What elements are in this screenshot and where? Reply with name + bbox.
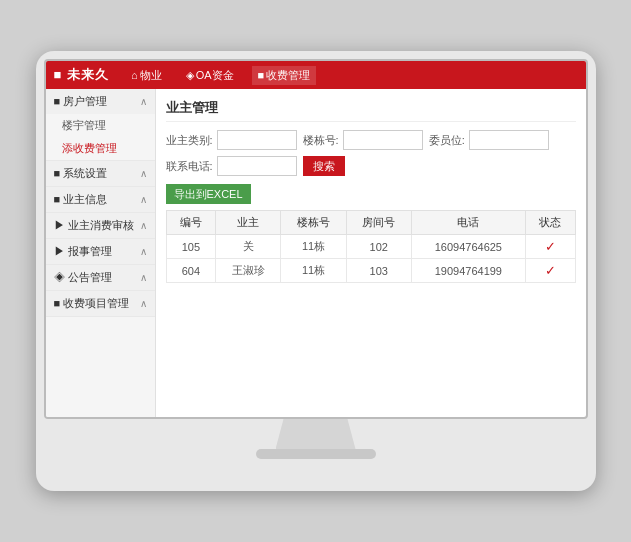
label-owner-type: 业主类别: xyxy=(166,133,213,148)
sidebar-header-notice[interactable]: ◈ 公告管理 ∧ xyxy=(46,265,155,290)
label-committee: 委员位: xyxy=(429,133,465,148)
nav-label-property: 物业 xyxy=(140,68,162,83)
search-form: 业主类别: 楼栋号: 委员位: 联系电话: xyxy=(166,130,576,176)
content-panel: 业主管理 业主类别: 楼栋号: 委员位: xyxy=(156,89,586,417)
sidebar-header-house[interactable]: ■ 房户管理 ∧ xyxy=(46,89,155,114)
cell-status: ✓ xyxy=(525,259,575,283)
cell-building: 11栋 xyxy=(281,235,346,259)
col-header-room: 房间号 xyxy=(346,211,411,235)
logo-text: 未来久 xyxy=(67,67,109,82)
system-label: ■ 系统设置 xyxy=(54,166,108,181)
chevron-icon-system: ∧ xyxy=(140,168,147,179)
sidebar: ■ 房户管理 ∧ 楼宇管理 添收费管理 ■ 系统设置 ∧ xyxy=(46,89,156,417)
input-phone[interactable] xyxy=(217,156,297,176)
sidebar-section-fee-items: ■ 收费项目管理 ∧ xyxy=(46,291,155,317)
fee-items-label: ■ 收费项目管理 xyxy=(54,296,130,311)
sidebar-section-audit: ▶ 业主消费审核 ∧ xyxy=(46,213,155,239)
logo: ■ 未来久 xyxy=(54,66,109,84)
monitor-wrapper: ■ 未来久 ⌂ 物业 ◈ OA资金 ■ 收费管理 xyxy=(36,51,596,491)
nav-item-fees[interactable]: ■ 收费管理 xyxy=(252,66,317,85)
export-button-wrapper: 导出到EXCEL xyxy=(166,184,576,210)
sidebar-header-fee-items[interactable]: ■ 收费项目管理 ∧ xyxy=(46,291,155,316)
export-excel-button[interactable]: 导出到EXCEL xyxy=(166,184,251,204)
sidebar-header-report[interactable]: ▶ 报事管理 ∧ xyxy=(46,239,155,264)
sidebar-section-owner: ■ 业主信息 ∧ xyxy=(46,187,155,213)
sidebar-header-audit[interactable]: ▶ 业主消费审核 ∧ xyxy=(46,213,155,238)
nav-item-oa[interactable]: ◈ OA资金 xyxy=(180,66,240,85)
sidebar-section-report: ▶ 报事管理 ∧ xyxy=(46,239,155,265)
logo-icon: ■ xyxy=(54,67,63,82)
label-phone: 联系电话: xyxy=(166,159,213,174)
label-building: 楼栋号: xyxy=(303,133,339,148)
form-row-committee: 委员位: xyxy=(429,130,549,150)
top-bar: ■ 未来久 ⌂ 物业 ◈ OA资金 ■ 收费管理 xyxy=(46,61,586,89)
sidebar-header-system[interactable]: ■ 系统设置 ∧ xyxy=(46,161,155,186)
col-header-id: 编号 xyxy=(166,211,216,235)
cell-phone: 19094764199 xyxy=(411,259,525,283)
table-row: 604 王淑珍 11栋 103 19094764199 ✓ xyxy=(166,259,575,283)
input-building[interactable] xyxy=(343,130,423,150)
monitor: ■ 未来久 ⌂ 物业 ◈ OA资金 ■ 收费管理 xyxy=(36,51,596,491)
sidebar-item-building[interactable]: 楼宇管理 xyxy=(46,114,155,137)
cell-status: ✓ xyxy=(525,235,575,259)
house-icon: ⌂ xyxy=(131,69,138,81)
form-row-building: 楼栋号: xyxy=(303,130,423,150)
col-header-status: 状态 xyxy=(525,211,575,235)
notice-label: ◈ 公告管理 xyxy=(54,270,112,285)
house-mgmt-label: ■ 房户管理 xyxy=(54,94,108,109)
sidebar-section-notice: ◈ 公告管理 ∧ xyxy=(46,265,155,291)
col-header-name: 业主 xyxy=(216,211,281,235)
cell-building: 11栋 xyxy=(281,259,346,283)
top-navigation: ⌂ 物业 ◈ OA资金 ■ 收费管理 xyxy=(125,66,316,85)
col-header-phone: 电话 xyxy=(411,211,525,235)
fees-icon: ■ xyxy=(258,69,265,81)
input-committee[interactable] xyxy=(469,130,549,150)
table-header-row: 编号 业主 楼栋号 房间号 电话 状态 xyxy=(166,211,575,235)
cell-room: 102 xyxy=(346,235,411,259)
nav-label-oa: OA资金 xyxy=(196,68,234,83)
cell-name: 王淑珍 xyxy=(216,259,281,283)
form-row-phone: 联系电话: xyxy=(166,156,297,176)
search-button[interactable]: 搜索 xyxy=(303,156,345,176)
sidebar-section-system: ■ 系统设置 ∧ xyxy=(46,161,155,187)
owner-label: ■ 业主信息 xyxy=(54,192,108,207)
chevron-icon-report: ∧ xyxy=(140,246,147,257)
main-area: ■ 房户管理 ∧ 楼宇管理 添收费管理 ■ 系统设置 ∧ xyxy=(46,89,586,417)
monitor-base xyxy=(256,449,376,459)
chevron-icon-fee-items: ∧ xyxy=(140,298,147,309)
report-label: ▶ 报事管理 xyxy=(54,244,112,259)
monitor-stand xyxy=(276,419,356,449)
chevron-icon-owner: ∧ xyxy=(140,194,147,205)
status-check: ✓ xyxy=(545,239,556,254)
cell-name: 关 xyxy=(216,235,281,259)
col-header-building: 楼栋号 xyxy=(281,211,346,235)
cell-id: 604 xyxy=(166,259,216,283)
sidebar-header-owner[interactable]: ■ 业主信息 ∧ xyxy=(46,187,155,212)
screen: ■ 未来久 ⌂ 物业 ◈ OA资金 ■ 收费管理 xyxy=(44,59,588,419)
owners-table: 编号 业主 楼栋号 房间号 电话 状态 105 关 11栋 102 16 xyxy=(166,210,576,283)
form-row-owner-type: 业主类别: xyxy=(166,130,297,150)
cell-id: 105 xyxy=(166,235,216,259)
chevron-icon-house: ∧ xyxy=(140,96,147,107)
chevron-icon-notice: ∧ xyxy=(140,272,147,283)
table-row: 105 关 11栋 102 16094764625 ✓ xyxy=(166,235,575,259)
audit-label: ▶ 业主消费审核 xyxy=(54,218,134,233)
status-check: ✓ xyxy=(545,263,556,278)
page-title: 业主管理 xyxy=(166,99,576,122)
nav-label-fees: 收费管理 xyxy=(266,68,310,83)
oa-icon: ◈ xyxy=(186,69,194,82)
sidebar-item-fees-mgmt[interactable]: 添收费管理 xyxy=(46,137,155,160)
input-owner-type[interactable] xyxy=(217,130,297,150)
chevron-icon-audit: ∧ xyxy=(140,220,147,231)
sidebar-section-house: ■ 房户管理 ∧ 楼宇管理 添收费管理 xyxy=(46,89,155,161)
cell-phone: 16094764625 xyxy=(411,235,525,259)
cell-room: 103 xyxy=(346,259,411,283)
nav-item-property[interactable]: ⌂ 物业 xyxy=(125,66,168,85)
